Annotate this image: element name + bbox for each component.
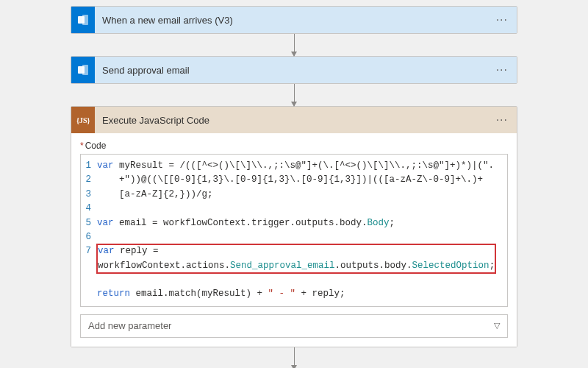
code-content[interactable]: var myResult = /(([^<>()\[\]\\.,;:\s@"]+… [96,155,507,306]
code-label-text: Code [85,141,107,151]
step-header[interactable]: Send approval email ··· [71,57,517,83]
workflow-step-trigger[interactable]: When a new email arrives (V3) ··· [71,6,517,34]
step-header[interactable]: When a new email arrives (V3) ··· [71,7,517,33]
line-gutter: 1 2 3 4 5 6 7 [81,155,96,306]
step-title: When a new email arrives (V3) [95,15,487,26]
more-icon[interactable]: ··· [487,113,517,127]
svg-rect-1 [82,15,88,25]
connector-arrow [0,347,588,368]
connector-arrow [0,34,588,56]
highlighted-code: var reply = workflowContext.actions.Send… [97,244,495,273]
step-title: Send approval email [95,65,487,76]
chevron-down-icon: ▽ [494,321,500,330]
add-parameter-dropdown[interactable]: Add new parameter ▽ [80,314,508,338]
svg-rect-3 [82,65,88,75]
step-title: Execute JavaScript Code [95,115,487,126]
step-body: *Code 1 2 3 4 5 6 7 var myResult = /(([^… [71,133,517,347]
required-marker: * [80,141,84,151]
code-field-label: *Code [80,141,508,151]
step-header[interactable]: {JS} Execute JavaScript Code ··· [71,107,517,133]
connector-arrow [0,84,588,106]
workflow-step-approval[interactable]: Send approval email ··· [71,56,517,84]
more-icon[interactable]: ··· [487,63,517,77]
more-icon[interactable]: ··· [487,13,517,26]
svg-text:{JS}: {JS} [76,116,90,124]
js-icon: {JS} [71,107,95,133]
code-editor[interactable]: 1 2 3 4 5 6 7 var myResult = /(([^<>()\[… [80,154,508,307]
outlook-icon [71,57,95,83]
add-parameter-label: Add new parameter [88,320,171,331]
workflow-step-js: {JS} Execute JavaScript Code ··· *Code 1… [71,106,517,347]
outlook-icon [71,7,95,33]
